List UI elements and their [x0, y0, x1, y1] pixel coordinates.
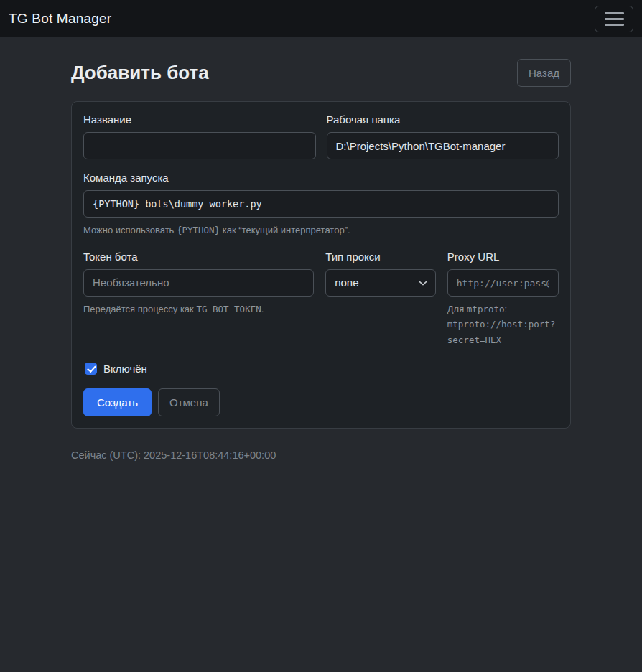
proxy-type-label: Тип прокси: [325, 251, 436, 263]
command-field-group: Команда запуска Можно использовать {PYTH…: [83, 172, 559, 238]
name-input[interactable]: [83, 132, 316, 159]
hamburger-icon: [605, 12, 624, 26]
form-actions: Создать Отмена: [83, 388, 559, 416]
proxy-url-input[interactable]: [447, 269, 559, 297]
token-field-group: Токен бота Передаётся процессу как TG_BO…: [83, 251, 314, 317]
enabled-checkbox[interactable]: [85, 363, 97, 375]
page-header: Добавить бота Назад: [71, 37, 571, 87]
name-field-group: Название: [83, 113, 316, 159]
command-help-text: Можно использовать {PYTHON} как “текущий…: [83, 223, 559, 238]
navbar: TG Bot Manager: [0, 0, 642, 37]
name-label: Название: [83, 113, 316, 126]
token-label: Токен бота: [83, 251, 314, 263]
token-input[interactable]: [83, 269, 314, 297]
command-label: Команда запуска: [83, 172, 559, 184]
workdir-input[interactable]: [327, 132, 559, 159]
workdir-field-group: Рабочая папка: [327, 113, 559, 159]
navbar-toggler-button[interactable]: [595, 6, 633, 32]
main-content: Добавить бота Назад Название Рабочая пап…: [71, 37, 571, 461]
cancel-button[interactable]: Отмена: [158, 388, 220, 416]
utc-now-text: Сейчас (UTC): 2025-12-16T08:44:16+00:00: [71, 449, 571, 461]
proxy-type-field-group: Тип прокси none: [325, 251, 436, 297]
command-input[interactable]: [83, 190, 559, 218]
proxy-url-help-text: Для mtproto: mtproto://host:port?secret=…: [447, 302, 559, 348]
token-help-text: Передаётся процессу как TG_BOT_TOKEN.: [83, 302, 314, 317]
proxy-url-field-group: Proxy URL Для mtproto: mtproto://host:po…: [447, 251, 559, 348]
proxy-url-label: Proxy URL: [447, 251, 559, 263]
create-button[interactable]: Создать: [83, 388, 152, 416]
enabled-check-group: Включён: [85, 363, 559, 375]
page-title: Добавить бота: [71, 62, 209, 84]
navbar-brand[interactable]: TG Bot Manager: [9, 11, 111, 27]
enabled-label[interactable]: Включён: [103, 363, 147, 375]
token-proxy-row: Токен бота Передаётся процессу как TG_BO…: [83, 251, 559, 348]
name-workdir-row: Название Рабочая папка: [83, 113, 559, 159]
add-bot-form: Название Рабочая папка Команда запуска М…: [71, 101, 571, 429]
workdir-label: Рабочая папка: [327, 113, 559, 126]
back-button[interactable]: Назад: [517, 59, 571, 87]
proxy-type-select[interactable]: none: [325, 269, 436, 297]
